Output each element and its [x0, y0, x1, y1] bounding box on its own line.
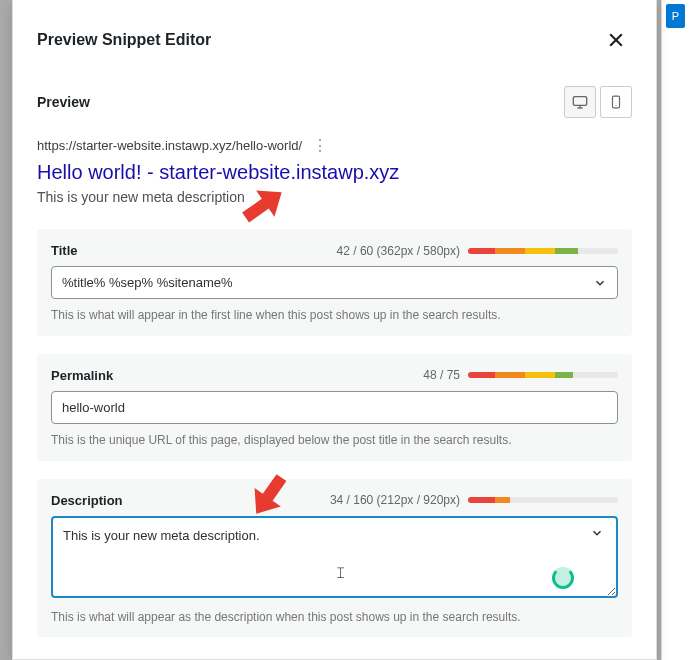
- title-count: 42 / 60 (362px / 580px): [337, 244, 460, 258]
- preview-label: Preview: [37, 94, 90, 110]
- permalink-count: 48 / 75: [423, 368, 460, 382]
- permalink-help: This is the unique URL of this page, dis…: [51, 432, 618, 449]
- desktop-preview-button[interactable]: [564, 86, 596, 118]
- serp-description: This is your new meta description: [37, 189, 632, 205]
- modal-title: Preview Snippet Editor: [37, 31, 211, 49]
- permalink-field-block: Permalink 48 / 75 This is the unique URL…: [37, 354, 632, 461]
- description-field-block: Description 34 / 160 (212px / 920px) 𝙸 T…: [37, 479, 632, 638]
- more-vert-icon[interactable]: ⋮: [312, 140, 328, 152]
- preview-row: Preview: [37, 86, 632, 118]
- title-length-bar: [468, 248, 618, 254]
- preview-snippet-modal: Preview Snippet Editor Preview https://s…: [12, 0, 657, 660]
- svg-rect-5: [613, 96, 620, 108]
- svg-point-6: [615, 105, 616, 106]
- description-help: This is what will appear as the descript…: [51, 609, 618, 626]
- serp-title: Hello world! - starter-website.instawp.x…: [37, 159, 632, 185]
- title-input-value: %title% %sep% %sitename%: [62, 275, 233, 290]
- monitor-icon: [572, 94, 588, 110]
- title-input[interactable]: %title% %sep% %sitename%: [51, 266, 618, 299]
- close-button[interactable]: [600, 24, 632, 56]
- description-length-bar: [468, 497, 618, 503]
- device-toggle: [564, 86, 632, 118]
- title-help: This is what will appear in the first li…: [51, 307, 618, 324]
- permalink-label: Permalink: [51, 368, 113, 383]
- description-textarea-wrap: 𝙸: [51, 516, 618, 601]
- mobile-preview-button[interactable]: [600, 86, 632, 118]
- chevron-down-icon: [593, 276, 607, 290]
- svg-rect-2: [573, 97, 586, 106]
- permalink-length-bar: [468, 372, 618, 378]
- serp-preview: https://starter-website.instawp.xyz/hell…: [37, 138, 632, 223]
- permalink-input[interactable]: [51, 391, 618, 424]
- description-count: 34 / 160 (212px / 920px): [330, 493, 460, 507]
- description-input[interactable]: [51, 516, 618, 598]
- description-field-head: Description 34 / 160 (212px / 920px): [51, 493, 618, 508]
- modal-header: Preview Snippet Editor: [37, 24, 632, 56]
- description-label: Description: [51, 493, 123, 508]
- mobile-icon: [609, 94, 623, 110]
- publish-button-partial[interactable]: P: [666, 4, 685, 28]
- permalink-field-head: Permalink 48 / 75: [51, 368, 618, 383]
- serp-url: https://starter-website.instawp.xyz/hell…: [37, 138, 302, 153]
- title-field-head: Title 42 / 60 (362px / 580px): [51, 243, 618, 258]
- title-field-block: Title 42 / 60 (362px / 580px) %title% %s…: [37, 229, 632, 336]
- loading-spinner-icon: [552, 567, 574, 589]
- close-icon: [606, 30, 626, 50]
- title-label: Title: [51, 243, 78, 258]
- editor-right-strip: P: [661, 0, 689, 660]
- serp-url-row: https://starter-website.instawp.xyz/hell…: [37, 138, 632, 153]
